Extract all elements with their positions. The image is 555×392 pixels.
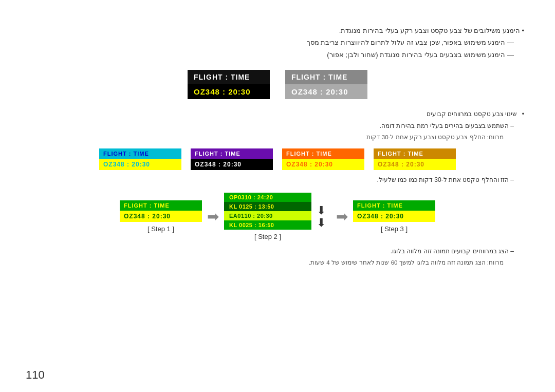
widget-olive: FLIGHT : TIME OZ348 : 20:30 <box>374 148 456 170</box>
widget-orange-body: OZ348 : 20:30 <box>282 159 364 170</box>
step3-box: FLIGHT : TIME OZ348 : 20:30 [ Step 3 ] <box>353 200 435 233</box>
step1-widget-body: OZ348 : 20:30 <box>120 211 202 222</box>
step3-widget: FLIGHT : TIME OZ348 : 20:30 <box>353 200 435 222</box>
arrow-down-icon-1: ⬇ <box>317 205 326 216</box>
step2-label: [ Step 2 ] <box>254 233 281 240</box>
step2-box: OP0310 : 24:20 KL 0125 : 13:50 EA0110 : … <box>224 193 311 240</box>
widget-purple-header: FLIGHT : TIME <box>191 148 273 159</box>
step1-box: FLIGHT : TIME OZ348 : 20:30 [ Step 1 ] <box>120 200 202 233</box>
step2-row2: KL 0125 : 13:50 <box>224 202 311 211</box>
widget-olive-body: OZ348 : 20:30 <box>374 159 456 170</box>
widget-gray-gray-header: FLIGHT : TIME <box>285 70 367 84</box>
widget-orange-header: FLIGHT : TIME <box>282 148 364 159</box>
arrow-right-icon-2: ➡ <box>336 210 348 224</box>
top-widgets-row: FLIGHT : TIME OZ348 : 20:30 FLIGHT : TIM… <box>31 70 524 99</box>
step3-widget-body: OZ348 : 20:30 <box>353 211 435 222</box>
arrow-right-icon: ➡ <box>207 210 219 224</box>
step2-row3: EA0110 : 20:30 <box>224 211 311 220</box>
section3-dash1: הזז והחלף טקסט אחת ל-30 דקות כמו כמו שלע… <box>31 174 524 186</box>
widget-cyan-header: FLIGHT : TIME <box>99 148 181 159</box>
section4-sub1: מרווח: הצג תמונה זזה מלווה בלוגו למשך 60… <box>31 257 524 269</box>
section2-text: • שינוי צבע טקסט במרווחים קבועים השתמש ב… <box>31 108 524 143</box>
steps-section: FLIGHT : TIME OZ348 : 20:30 [ Step 1 ] ➡… <box>31 193 524 240</box>
step3-widget-header: FLIGHT : TIME <box>353 200 435 211</box>
widget-orange: FLIGHT : TIME OZ348 : 20:30 <box>282 148 364 170</box>
section3-text: הזז והחלף טקסט אחת ל-30 דקות כמו כמו שלע… <box>31 174 524 186</box>
section2-sub1: מרווח: החלף צבע טקסט וצבע רקע אחת ל-30 ד… <box>31 132 524 143</box>
four-widgets-row: FLIGHT : TIME OZ348 : 20:30 FLIGHT : TIM… <box>31 148 524 170</box>
arrow1: ➡ <box>202 210 224 224</box>
section1-text: הימנע משילובים של צבע טקסט וצבע רקע בעלי… <box>31 25 524 61</box>
widget-black-yellow-header: FLIGHT : TIME <box>188 70 270 84</box>
widget-black-yellow-body: OZ348 : 20:30 <box>188 84 270 99</box>
section4-dash1: הצג במרווחים קבועים תמונה זזה מלווה בלוג… <box>31 246 524 257</box>
section4-text: הצג במרווחים קבועים תמונה זזה מלווה בלוג… <box>31 246 524 269</box>
widget-cyan: FLIGHT : TIME OZ348 : 20:30 <box>99 148 181 170</box>
arrow3: ➡ <box>331 210 353 224</box>
step2-row4: KL 0025 : 16:50 <box>224 220 311 230</box>
arrow-down-icon-2: ⬇ <box>317 217 326 229</box>
widget-black-yellow: FLIGHT : TIME OZ348 : 20:30 <box>188 70 270 99</box>
step2-widget: OP0310 : 24:20 KL 0125 : 13:50 EA0110 : … <box>224 193 311 230</box>
step1-label: [ Step 1 ] <box>147 225 174 233</box>
dash2: הימנע משימוש בצבעים בעלי בהירות מנוגדת (… <box>31 49 524 61</box>
page-number: 110 <box>26 368 45 382</box>
bullet1: הימנע משילובים של צבע טקסט וצבע רקע בעלי… <box>31 25 524 36</box>
section2-bullet1: • שינוי צבע טקסט במרווחים קבועים <box>31 108 524 120</box>
widget-olive-header: FLIGHT : TIME <box>374 148 456 159</box>
widget-cyan-body: OZ348 : 20:30 <box>99 159 181 170</box>
dash1: הימנע משימוש באפור, שכן צבע זה עלול לתרו… <box>31 36 524 48</box>
section2-dash1: השתמש בצבעים בהירים בעלי רמת בהירות דומה… <box>31 120 524 132</box>
step1-widget: FLIGHT : TIME OZ348 : 20:30 <box>120 200 202 222</box>
step1-widget-header: FLIGHT : TIME <box>120 200 202 211</box>
widget-purple: FLIGHT : TIME OZ348 : 20:30 <box>191 148 273 170</box>
widget-purple-body: OZ348 : 20:30 <box>191 159 273 170</box>
step3-label: [ Step 3 ] <box>381 225 408 233</box>
arrow2: ⬇ ⬇ <box>311 205 331 229</box>
widget-gray-gray: FLIGHT : TIME OZ348 : 20:30 <box>285 70 367 99</box>
step2-row1: OP0310 : 24:20 <box>224 193 311 202</box>
widget-gray-gray-body: OZ348 : 20:30 <box>285 84 367 99</box>
